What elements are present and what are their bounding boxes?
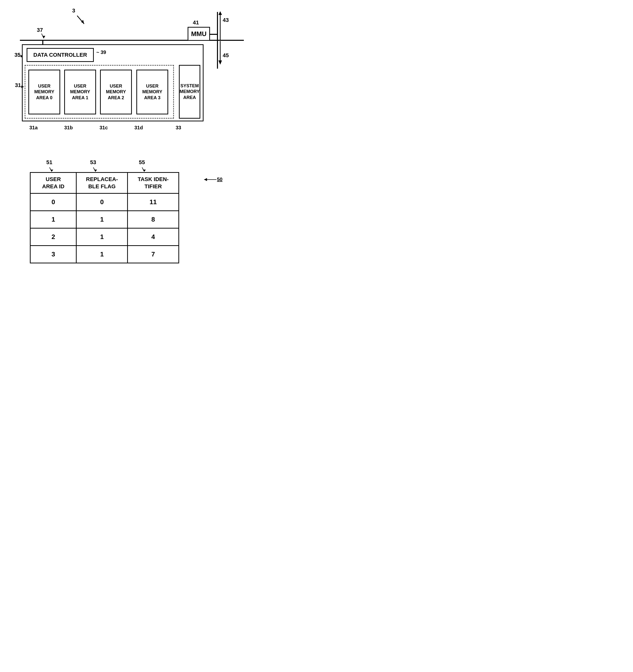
row2-id: 2: [30, 228, 76, 246]
mem-area-0: USERMEMORYAREA 0: [28, 70, 60, 114]
row3-task: 7: [127, 246, 179, 263]
mem-area-2: USERMEMORYAREA 2: [100, 70, 132, 114]
col-user-area-id: USERAREA ID: [30, 173, 76, 193]
col-task-identifier: TASK IDEN-TIFIER: [127, 173, 179, 193]
svg-marker-15: [94, 170, 97, 172]
row0-id: 0: [30, 193, 76, 211]
ref-37-arrow: [40, 32, 45, 40]
svg-marker-11: [21, 86, 24, 88]
ref-51-arrow: [48, 167, 53, 172]
diagram-section: 3 37 41 MMU 43 45 35: [0, 5, 264, 144]
row3-flag: 1: [76, 246, 127, 263]
mem-area-1: USERMEMORYAREA 1: [64, 70, 96, 114]
table-row: 3 1 7: [30, 246, 179, 263]
table-row: 0 0 11: [30, 193, 179, 211]
ref-31a-label: 31a: [29, 125, 38, 130]
ref-51-label: 51: [46, 159, 52, 166]
svg-marker-7: [218, 61, 222, 65]
row1-id: 1: [30, 211, 76, 228]
svg-marker-19: [204, 178, 207, 181]
ref-33-label: 33: [176, 125, 181, 130]
mmu-box: MMU: [188, 27, 210, 41]
ref-31c-label: 31c: [99, 125, 108, 130]
svg-marker-3: [42, 36, 45, 38]
row1-task: 8: [127, 211, 179, 228]
ref-3-arrow: [75, 15, 87, 27]
dc-box: DATA CONTROLLER: [27, 48, 94, 62]
svg-marker-17: [143, 170, 146, 172]
data-table: USERAREA ID REPLACEA-BLE FLAG TASK IDEN-…: [30, 172, 179, 263]
ref-55-label: 55: [139, 159, 145, 166]
row2-task: 4: [127, 228, 179, 246]
col-replaceable-flag: REPLACEA-BLE FLAG: [76, 173, 127, 193]
inner-box-31: USERMEMORYAREA 0 USERMEMORYAREA 1 USERME…: [25, 65, 174, 119]
right-bus-v: [217, 12, 218, 69]
ref-31b-label: 31b: [64, 125, 73, 130]
top-bus-line: [20, 40, 244, 41]
ref-50-label: 50: [217, 176, 222, 182]
table-row: 2 1 4: [30, 228, 179, 246]
mem-area-3: USERMEMORYAREA 3: [136, 70, 168, 114]
row3-id: 3: [30, 246, 76, 263]
outer-box-35: DATA CONTROLLER ~ 39 USERMEMORYAREA 0 US…: [22, 44, 204, 121]
table-section: 51 53 55 USERAREA ID REPLACEA-BLE FLAG T…: [30, 159, 199, 264]
sys-mem-box: SYSTEMMEMORYAREA: [179, 65, 200, 119]
ref-31-arrow: [17, 85, 25, 89]
ref-53-label: 53: [90, 159, 96, 166]
ref-53-arrow: [92, 167, 97, 172]
table-row: 1 1 8: [30, 211, 179, 228]
row1-flag: 1: [76, 211, 127, 228]
table-wrapper: USERAREA ID REPLACEA-BLE FLAG TASK IDEN-…: [30, 172, 179, 263]
row0-task: 11: [127, 193, 179, 211]
table-ref-row: 51 53 55: [35, 159, 199, 172]
row2-flag: 1: [76, 228, 127, 246]
ref-55-arrow: [141, 167, 146, 172]
row0-flag: 0: [76, 193, 127, 211]
svg-marker-13: [50, 170, 53, 172]
svg-marker-5: [218, 11, 222, 15]
ref-41-label: 41: [193, 19, 199, 26]
ref-39-label: ~ 39: [96, 49, 106, 55]
ref-31d-label: 31d: [134, 125, 143, 130]
ref-3-label: 3: [72, 7, 75, 14]
